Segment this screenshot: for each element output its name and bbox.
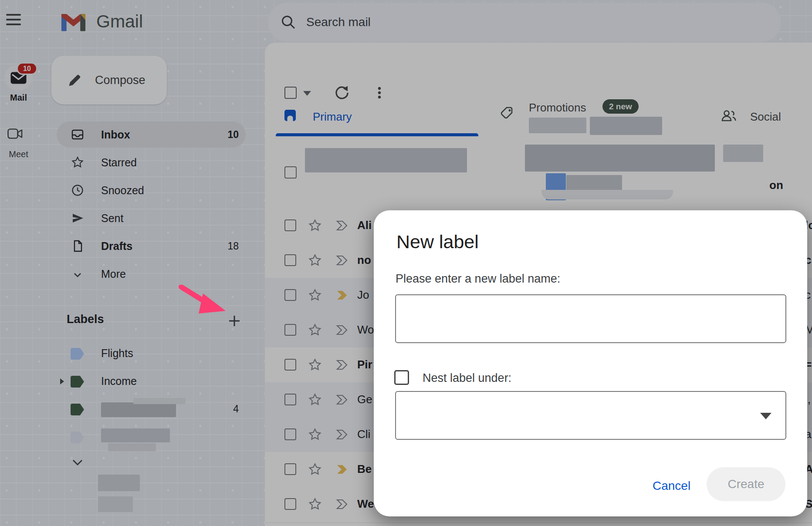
parent-label-select[interactable] <box>395 391 786 440</box>
select-caret-icon <box>760 413 771 419</box>
label-name-prompt: Please enter a new label name: <box>396 272 560 286</box>
gmail-window: 10 Mail Meet Gmail Compose Inbox 10 Star… <box>0 0 812 526</box>
dialog-title: New label <box>396 231 479 253</box>
cancel-button[interactable]: Cancel <box>650 479 693 493</box>
create-button[interactable]: Create <box>707 467 785 501</box>
nest-label: Nest label under: <box>423 371 511 385</box>
label-name-input[interactable] <box>395 294 786 343</box>
new-label-dialog: New label Please enter a new label name:… <box>374 210 807 516</box>
nest-checkbox[interactable] <box>394 370 409 385</box>
annotation-arrow <box>179 285 227 317</box>
